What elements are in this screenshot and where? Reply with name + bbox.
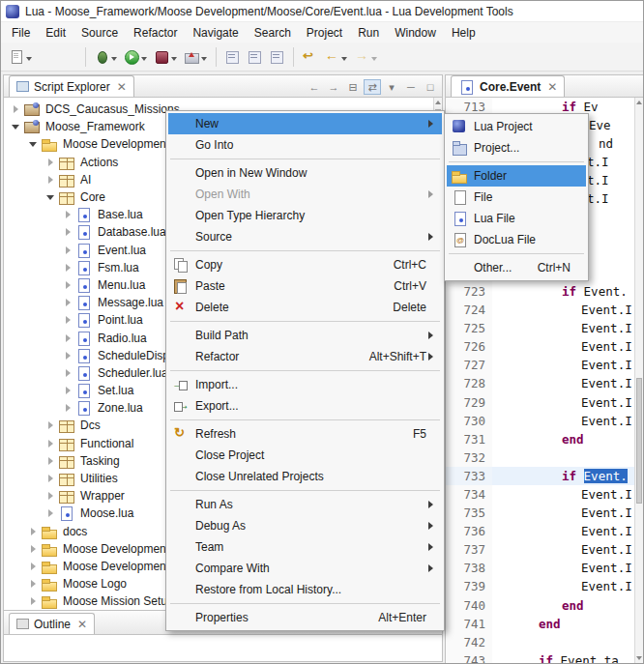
menu-item-close-unrelated-projects[interactable]: Close Unrelated Projects bbox=[168, 466, 442, 487]
expand-chevron-icon[interactable] bbox=[64, 245, 75, 255]
expand-chevron-icon[interactable] bbox=[64, 227, 75, 237]
tab-outline[interactable]: Outline ✕ bbox=[9, 613, 95, 634]
debug-button[interactable] bbox=[91, 48, 120, 66]
search-button[interactable] bbox=[244, 48, 265, 66]
menu-item-properties[interactable]: PropertiesAlt+Enter bbox=[168, 607, 442, 628]
coverage-button[interactable] bbox=[151, 48, 180, 66]
expand-chevron-icon[interactable] bbox=[64, 263, 75, 273]
menubar-search[interactable]: Search bbox=[247, 24, 299, 42]
code-line[interactable]: 742 bbox=[446, 633, 636, 651]
title-bar[interactable]: Lua - Moose_Framework/Moose Development/… bbox=[1, 1, 643, 22]
code-line[interactable]: 729Event.I bbox=[446, 393, 636, 412]
code-line[interactable]: 736Event.I bbox=[446, 522, 636, 540]
code-line[interactable]: 737Event.I bbox=[446, 540, 636, 559]
minimize-button[interactable]: ─ bbox=[402, 79, 420, 95]
expand-chevron-icon[interactable] bbox=[46, 456, 58, 466]
tab-script-explorer[interactable]: Script Explorer ✕ bbox=[9, 75, 134, 97]
expand-chevron-icon[interactable] bbox=[64, 280, 75, 290]
expand-chevron-icon[interactable] bbox=[29, 579, 41, 589]
view-menu-button[interactable]: ▾ bbox=[383, 79, 400, 95]
expand-chevron-icon[interactable] bbox=[64, 315, 75, 325]
menu-item-delete[interactable]: DeleteDelete bbox=[168, 297, 442, 318]
menu-item-open-type-hierarchy[interactable]: Open Type Hierarchy bbox=[168, 205, 442, 226]
menu-item-debug-as[interactable]: Debug As bbox=[168, 515, 442, 536]
external-tools-button[interactable] bbox=[181, 48, 210, 66]
menu-item-lua-project[interactable]: Lua Project bbox=[447, 116, 586, 137]
code-line[interactable]: 743if Event.ta bbox=[446, 651, 636, 663]
menu-item-compare-with[interactable]: Compare With bbox=[168, 558, 442, 579]
menu-item-lua-file[interactable]: Lua File bbox=[447, 208, 586, 229]
expand-chevron-icon[interactable] bbox=[46, 175, 58, 185]
close-icon[interactable]: ✕ bbox=[77, 620, 87, 629]
expand-chevron-icon[interactable] bbox=[64, 403, 75, 413]
expand-chevron-icon[interactable] bbox=[46, 420, 58, 430]
scroll-up-icon[interactable] bbox=[635, 98, 643, 107]
expand-chevron-icon[interactable] bbox=[64, 210, 75, 219]
menubar-file[interactable]: File bbox=[4, 24, 38, 42]
code-line[interactable]: 739Event.I bbox=[446, 577, 636, 595]
code-line[interactable]: 730Event.I bbox=[446, 412, 636, 430]
annotations-button[interactable] bbox=[266, 48, 287, 66]
expand-chevron-icon[interactable] bbox=[64, 298, 75, 307]
menubar-navigate[interactable]: Navigate bbox=[185, 24, 246, 42]
editor-scrollbar[interactable] bbox=[634, 98, 643, 663]
code-line[interactable]: 728Event.I bbox=[446, 374, 636, 392]
code-line[interactable]: 738Event.I bbox=[446, 559, 636, 577]
menu-item-other[interactable]: Other...Ctrl+N bbox=[447, 257, 586, 278]
menubar-window[interactable]: Window bbox=[387, 24, 444, 42]
forward-button[interactable] bbox=[351, 48, 380, 66]
expand-chevron-icon[interactable] bbox=[46, 491, 58, 501]
expand-chevron-icon[interactable] bbox=[29, 596, 41, 606]
collapse-chevron-icon[interactable] bbox=[29, 139, 41, 149]
menu-item-export[interactable]: Export... bbox=[168, 395, 442, 417]
menu-item-new[interactable]: New bbox=[168, 113, 442, 134]
expand-chevron-icon[interactable] bbox=[46, 474, 58, 483]
collapse-chevron-icon[interactable] bbox=[46, 192, 58, 202]
expand-chevron-icon[interactable] bbox=[64, 368, 75, 378]
menu-item-import[interactable]: Import... bbox=[168, 374, 442, 395]
menubar-refactor[interactable]: Refactor bbox=[126, 24, 185, 42]
expand-chevron-icon[interactable] bbox=[12, 104, 23, 114]
menu-item-refresh[interactable]: RefreshF5 bbox=[168, 423, 442, 445]
code-line[interactable]: 723if Event. bbox=[446, 282, 636, 301]
code-line[interactable]: 732 bbox=[446, 448, 636, 467]
menu-item-file[interactable]: File bbox=[447, 187, 586, 208]
menubar-help[interactable]: Help bbox=[444, 24, 483, 42]
menubar-source[interactable]: Source bbox=[73, 24, 126, 42]
new-wizard-button[interactable] bbox=[6, 48, 35, 66]
menubar-edit[interactable]: Edit bbox=[38, 24, 73, 42]
back-button[interactable]: ← bbox=[306, 79, 323, 95]
code-line[interactable]: 727Event.I bbox=[446, 356, 636, 374]
expand-chevron-icon[interactable] bbox=[64, 351, 75, 361]
close-icon[interactable]: ✕ bbox=[547, 82, 557, 92]
open-element-button[interactable] bbox=[221, 48, 243, 66]
menubar-run[interactable]: Run bbox=[350, 24, 387, 42]
tab-core-event[interactable]: Core.Event ✕ bbox=[451, 75, 565, 97]
expand-chevron-icon[interactable] bbox=[64, 333, 75, 343]
expand-chevron-icon[interactable] bbox=[29, 562, 41, 571]
menu-item-copy[interactable]: CopyCtrl+C bbox=[168, 254, 442, 275]
menu-item-project[interactable]: Project... bbox=[447, 137, 586, 159]
menu-item-doclua-file[interactable]: DocLua File bbox=[447, 229, 586, 250]
close-icon[interactable]: ✕ bbox=[117, 82, 127, 92]
collapse-all-button[interactable]: ⊟ bbox=[344, 79, 362, 95]
expand-chevron-icon[interactable] bbox=[46, 439, 58, 448]
scroll-up-icon[interactable] bbox=[434, 98, 442, 107]
menu-item-team[interactable]: Team bbox=[168, 536, 442, 558]
code-line[interactable]: 724Event.I bbox=[446, 301, 636, 319]
menu-item-source[interactable]: Source bbox=[168, 226, 442, 247]
menu-item-build-path[interactable]: Build Path bbox=[168, 325, 442, 346]
menu-item-restore-from-local-history[interactable]: Restore from Local History... bbox=[168, 579, 442, 600]
last-edit-location-button[interactable] bbox=[299, 48, 320, 66]
code-line[interactable]: 726Event.I bbox=[446, 337, 636, 356]
run-button[interactable] bbox=[121, 48, 150, 66]
code-line[interactable]: 731end bbox=[446, 430, 636, 448]
back-button[interactable] bbox=[321, 48, 350, 66]
code-line[interactable]: 741end bbox=[446, 615, 636, 633]
expand-chevron-icon[interactable] bbox=[46, 158, 58, 167]
menu-item-refactor[interactable]: RefactorAlt+Shift+T bbox=[168, 346, 442, 367]
expand-chevron-icon[interactable] bbox=[46, 508, 58, 518]
scrollbar-thumb[interactable] bbox=[636, 378, 642, 504]
expand-chevron-icon[interactable] bbox=[29, 527, 41, 536]
collapse-chevron-icon[interactable] bbox=[12, 122, 23, 131]
